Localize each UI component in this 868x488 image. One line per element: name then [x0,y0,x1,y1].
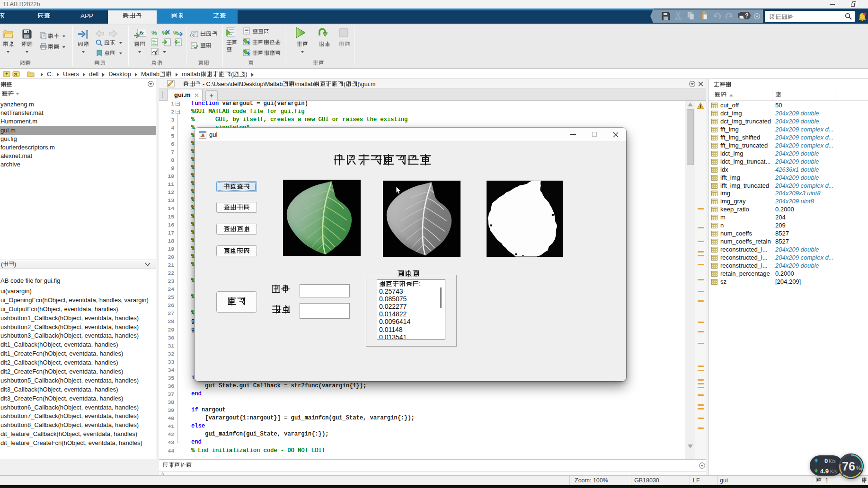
svg-text:%: % [173,29,179,36]
svg-text:%: % [151,29,157,36]
svg-text:fi: fi [155,51,158,55]
svg-text:?: ? [745,12,748,19]
svg-text:fx: fx [139,30,144,35]
